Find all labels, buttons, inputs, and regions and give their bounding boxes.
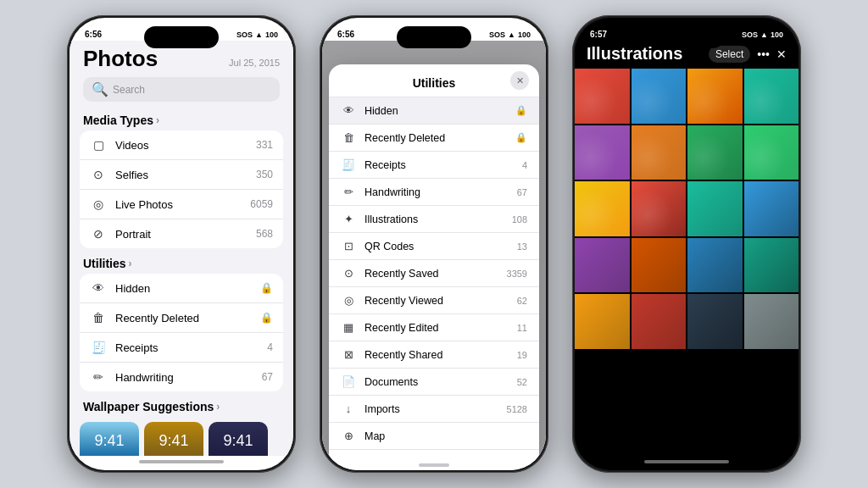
selfies-label: Selfies xyxy=(115,169,248,181)
recently-deleted-label: Recently Deleted xyxy=(115,312,252,324)
sheet-edited-icon: ▦ xyxy=(341,321,356,334)
photo-cell[interactable] xyxy=(744,69,799,124)
time-1: 6:56 xyxy=(85,30,102,39)
photo-cell[interactable] xyxy=(687,294,743,349)
sheet-qr-count: 13 xyxy=(517,241,527,252)
sheet-item-map[interactable]: ⊕ Map xyxy=(329,423,539,450)
videos-label: Videos xyxy=(115,139,248,152)
home-indicator-3 xyxy=(644,460,729,463)
sheet-item-qrcodes[interactable]: ⊡ QR Codes 13 xyxy=(329,233,539,260)
wallpaper-header: Wallpaper Suggestions › xyxy=(70,391,293,417)
wallpaper-thumb-1[interactable] xyxy=(80,422,139,456)
photo-cell[interactable] xyxy=(687,238,743,293)
wallpaper-suggestions xyxy=(70,417,293,456)
sheet-illustrations-icon: ✦ xyxy=(341,213,356,225)
battery-1: 100 xyxy=(265,30,278,39)
handwriting-icon: ✏ xyxy=(90,370,107,384)
home-indicator-1 xyxy=(139,460,224,463)
chevron-icon-2: › xyxy=(129,258,132,269)
illustrations-actions: Select ••• ✕ xyxy=(709,46,787,63)
list-item[interactable]: ◎ Live Photos 6059 xyxy=(80,190,283,219)
handwriting-count: 67 xyxy=(262,371,273,383)
photo-cell[interactable] xyxy=(744,125,799,180)
media-types-header: Media Types › xyxy=(70,105,293,130)
photo-grid xyxy=(575,69,798,349)
utilities-list: 👁 Hidden 🔒 🗑 Recently Deleted 🔒 🧾 Receip… xyxy=(80,274,283,391)
photo-cell[interactable] xyxy=(744,294,799,349)
photo-cell[interactable] xyxy=(687,125,743,180)
signal-1: SOS xyxy=(236,30,253,39)
sheet-hidden-label: Hidden xyxy=(364,105,507,117)
sheet-edited-count: 11 xyxy=(517,323,527,333)
sheet-item-illustrations[interactable]: ✦ Illustrations 108 xyxy=(329,206,539,233)
phone-utilities: 6:56 SOS ▲ 100 Utilities ✕ 👁 Hidden xyxy=(320,15,548,473)
photo-cell[interactable] xyxy=(632,181,687,236)
receipts-icon: 🧾 xyxy=(90,341,107,354)
livephotos-label: Live Photos xyxy=(115,198,242,211)
photo-cell[interactable] xyxy=(632,238,687,293)
photo-cell[interactable] xyxy=(687,181,743,236)
list-item-handwriting[interactable]: ✏ Handwriting 67 xyxy=(80,363,283,391)
list-item[interactable]: ⊘ Portrait 568 xyxy=(80,219,283,248)
close-illustrations-icon[interactable]: ✕ xyxy=(776,47,787,61)
portrait-count: 568 xyxy=(256,228,273,240)
sheet-item-recently-deleted[interactable]: 🗑 Recently Deleted 🔒 xyxy=(329,125,539,152)
more-icon[interactable]: ••• xyxy=(757,47,770,61)
utilities-sheet: Utilities ✕ 👁 Hidden 🔒 🗑 Recently Delete… xyxy=(329,64,539,470)
sheet-receipts-icon: 🧾 xyxy=(341,158,356,171)
photo-cell[interactable] xyxy=(687,69,743,124)
sheet-handwriting-icon: ✏ xyxy=(341,186,356,198)
photos-header: Photos Jul 25, 2015 🔍 Search xyxy=(70,41,293,105)
sheet-lock-2: 🔒 xyxy=(515,132,527,143)
sheet-docs-label: Documents xyxy=(364,376,509,388)
sheet-item-hidden[interactable]: 👁 Hidden 🔒 xyxy=(329,97,539,125)
sheet-item-documents[interactable]: 📄 Documents 52 xyxy=(329,369,539,396)
close-icon: ✕ xyxy=(516,75,524,86)
chevron-icon-3: › xyxy=(216,401,220,413)
receipts-count: 4 xyxy=(267,341,273,353)
sheet-item-recently-edited[interactable]: ▦ Recently Edited 11 xyxy=(329,314,539,341)
sheet-trash-icon: 🗑 xyxy=(341,131,356,144)
sheet-saved-count: 3359 xyxy=(507,269,527,279)
list-item-receipts[interactable]: 🧾 Receipts 4 xyxy=(80,333,283,363)
signal-2: SOS xyxy=(489,30,505,39)
sheet-viewed-label: Recently Viewed xyxy=(364,295,509,307)
status-icons-1: SOS ▲ 100 xyxy=(236,30,278,39)
photo-cell[interactable] xyxy=(575,181,630,236)
sheet-close-button[interactable]: ✕ xyxy=(510,71,529,90)
photos-date: Jul 25, 2015 xyxy=(229,58,280,68)
videos-icon: ▢ xyxy=(90,138,107,152)
sheet-item-receipts[interactable]: 🧾 Receipts 4 xyxy=(329,152,539,179)
photo-cell[interactable] xyxy=(632,125,687,180)
drag-pill xyxy=(419,463,449,467)
chevron-icon: › xyxy=(156,114,159,126)
photo-cell[interactable] xyxy=(575,294,630,349)
list-item[interactable]: ⊙ Selfies 350 xyxy=(80,160,283,190)
photo-cell[interactable] xyxy=(575,125,630,180)
list-item-recently-deleted[interactable]: 🗑 Recently Deleted 🔒 xyxy=(80,303,283,333)
photo-cell[interactable] xyxy=(744,238,799,293)
sheet-hidden-icon: 👁 xyxy=(341,104,356,117)
search-bar[interactable]: 🔍 Search xyxy=(83,77,280,102)
list-item-hidden[interactable]: 👁 Hidden 🔒 xyxy=(80,274,283,303)
receipts-label: Receipts xyxy=(115,341,259,354)
sheet-pill xyxy=(329,450,539,470)
sheet-item-recently-saved[interactable]: ⊙ Recently Saved 3359 xyxy=(329,260,539,287)
wallpaper-thumb-2[interactable] xyxy=(144,422,203,456)
status-icons-3: SOS ▲ 100 xyxy=(742,30,783,39)
sheet-item-recently-viewed[interactable]: ◎ Recently Viewed 62 xyxy=(329,287,539,314)
photo-cell[interactable] xyxy=(575,238,630,293)
sheet-shared-label: Recently Shared xyxy=(364,349,509,361)
photo-cell[interactable] xyxy=(632,294,687,349)
photo-cell[interactable] xyxy=(575,69,630,124)
sheet-illustrations-count: 108 xyxy=(512,214,527,225)
photo-cell[interactable] xyxy=(744,181,799,236)
sheet-item-recently-shared[interactable]: ⊠ Recently Shared 19 xyxy=(329,341,539,369)
sheet-item-handwriting[interactable]: ✏ Handwriting 67 xyxy=(329,179,539,206)
list-item[interactable]: ▢ Videos 331 xyxy=(80,130,283,160)
sheet-item-imports[interactable]: ↓ Imports 5128 xyxy=(329,396,539,423)
photo-cell[interactable] xyxy=(632,69,687,124)
wallpaper-thumb-3[interactable] xyxy=(209,422,268,456)
sheet-viewed-icon: ◎ xyxy=(341,294,356,307)
sheet-receipts-label: Receipts xyxy=(364,159,514,171)
